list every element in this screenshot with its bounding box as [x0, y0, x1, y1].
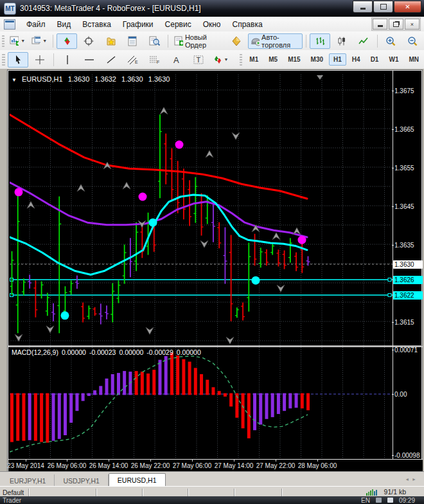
text-tool-button[interactable]: A [166, 52, 187, 68]
tabs-scroll-left-icon[interactable]: ◄ [405, 477, 412, 482]
candlestick-mode-button[interactable] [331, 33, 352, 49]
metaeditor-button[interactable] [226, 33, 247, 49]
new-order-button[interactable]: Новый Ордер [172, 33, 225, 49]
toolbar-separator [168, 35, 168, 48]
language-bar-icon[interactable] [376, 498, 382, 503]
price-open: 1.3630 [68, 75, 90, 83]
macd-panel[interactable] [10, 347, 393, 459]
data-window-button[interactable] [144, 33, 164, 49]
timeframe-M5[interactable]: M5 [264, 53, 282, 66]
timeframe-H1[interactable]: H1 [329, 53, 346, 66]
connection-signal-icon [366, 488, 379, 496]
profile-indicator[interactable]: Default [0, 489, 29, 496]
mdi-close-button[interactable]: × [405, 19, 420, 30]
zoom-out-icon [407, 36, 418, 46]
mdi-restore-button[interactable] [389, 19, 403, 30]
timeframe-MN[interactable]: MN [404, 53, 423, 66]
mdi-minimize-button[interactable] [373, 19, 387, 30]
symbol-dropdown-icon[interactable]: ▼ [12, 77, 17, 83]
taskbar-clock[interactable]: 09:29 [399, 497, 415, 504]
os-taskbar[interactable]: Trader EN 09:29 [0, 496, 424, 504]
market-watch-button[interactable] [122, 33, 143, 49]
time-tick [276, 460, 276, 462]
chart-symbol: EURUSD,H1 [22, 75, 63, 83]
profiles-button[interactable]: ▼ [29, 33, 49, 49]
tray-icon[interactable] [387, 498, 393, 503]
tick-chart-button[interactable] [57, 33, 77, 49]
time-label: 23 May 2014 [7, 462, 44, 469]
svg-text:E: E [135, 60, 138, 64]
time-axis[interactable]: 23 May 201426 May 06:0026 May 14:0026 Ma… [8, 459, 423, 473]
time-label: 27 May 06:00 [173, 462, 212, 469]
menu-Окно[interactable]: Окно [197, 18, 227, 31]
text-a-icon: A [172, 55, 181, 65]
chart-tab-EURJPY[interactable]: EURJPY,H1 [1, 474, 55, 487]
bar-chart-mode-button[interactable] [310, 33, 330, 49]
macd-header: MACD(12,26,9)0.00000-0.000230.00000-0.00… [12, 348, 208, 356]
new-chart-icon [10, 36, 19, 46]
chart-tab-USDJPY[interactable]: USDJPY,H1 [55, 474, 108, 487]
cursor-tool-button[interactable] [8, 52, 28, 68]
star-icon [105, 36, 116, 46]
language-indicator[interactable]: EN [361, 497, 370, 504]
toolbar-separator [53, 35, 53, 48]
minimize-button[interactable] [353, 1, 373, 13]
trendline-tool-button[interactable] [101, 52, 121, 68]
axis-divider [393, 71, 393, 472]
timeframe-M15[interactable]: M15 [283, 53, 305, 66]
toolbar-grip[interactable] [2, 54, 5, 66]
hline-tool-button[interactable] [79, 52, 100, 68]
chart-tab-EURUSD[interactable]: EURUSD,H1 [109, 473, 166, 487]
time-label: 27 May 22:00 [256, 462, 296, 469]
zoom-out-button[interactable] [403, 33, 423, 49]
line-chart-mode-button[interactable] [353, 33, 374, 49]
timeframe-M30[interactable]: M30 [306, 53, 328, 66]
macd-value: 0.00000 [177, 348, 201, 356]
vline-tool-button[interactable] [57, 52, 78, 68]
close-button[interactable]: ✕ [394, 1, 421, 13]
maximize-icon [380, 4, 387, 10]
timeframe-D1[interactable]: D1 [366, 53, 384, 66]
price-chart[interactable] [10, 75, 393, 345]
maximize-button[interactable] [373, 1, 393, 13]
macd-value: -0.00023 [89, 348, 116, 356]
menu-Графики[interactable]: Графики [117, 18, 159, 31]
crosshair-mode-button[interactable] [78, 33, 99, 49]
menu-Вставка[interactable]: Вставка [76, 18, 117, 31]
time-label: 26 May 22:00 [131, 462, 170, 469]
taskbar-app-button[interactable]: Trader [3, 497, 21, 504]
arrows-tool-button[interactable]: ▼ [210, 52, 231, 68]
menu-Сервис[interactable]: Сервис [159, 18, 197, 31]
tabs-scroll-right-icon[interactable]: ► [412, 477, 419, 482]
fibonacci-tool-button[interactable]: F [145, 52, 165, 68]
timeframe-M1[interactable]: M1 [245, 53, 263, 66]
time-tick [192, 460, 193, 462]
menu-Справка[interactable]: Справка [227, 18, 269, 31]
menu-Файл[interactable]: Файл [21, 18, 51, 31]
target-icon [84, 36, 94, 46]
time-tick [109, 460, 109, 462]
favorites-button[interactable] [100, 33, 121, 49]
window-title: 3014953: MetaTrader 4 - RoboForex - [EUR… [20, 4, 201, 13]
chevron-down-icon: ▼ [224, 57, 229, 62]
toolbar-grip[interactable] [2, 35, 4, 47]
menu-Вид[interactable]: Вид [51, 18, 77, 31]
channel-tool-button[interactable]: E [123, 52, 143, 68]
menubar: ФайлВидВставкаГрафикиСервисОкноСправка × [0, 17, 424, 32]
zoom-in-button[interactable] [381, 33, 402, 49]
timeframe-H4[interactable]: H4 [348, 53, 365, 66]
menu-items: ФайлВидВставкаГрафикиСервисОкноСправка [21, 18, 269, 31]
autotrading-button[interactable]: Авто-торговля [248, 33, 303, 49]
new-chart-button[interactable]: ▼ [7, 33, 28, 49]
new-order-label: Новый Ордер [185, 33, 222, 49]
vertical-line-icon [64, 55, 71, 65]
timeframe-W1[interactable]: W1 [384, 53, 403, 66]
toolbar-separator [377, 35, 378, 48]
label-tool-button[interactable]: T [188, 52, 209, 68]
titlebar[interactable]: MT 3014953: MetaTrader 4 - RoboForex - [… [0, 0, 424, 17]
toolbar-grip[interactable] [240, 54, 243, 66]
toolbar-separator [53, 53, 54, 66]
crosshair-tool-button[interactable] [30, 52, 50, 68]
drawing-toolbar: E F A T ▼ M1M5M15M30H1H4D1W1MN [0, 50, 424, 69]
status-bar: Default 91/1 kb [0, 486, 424, 497]
